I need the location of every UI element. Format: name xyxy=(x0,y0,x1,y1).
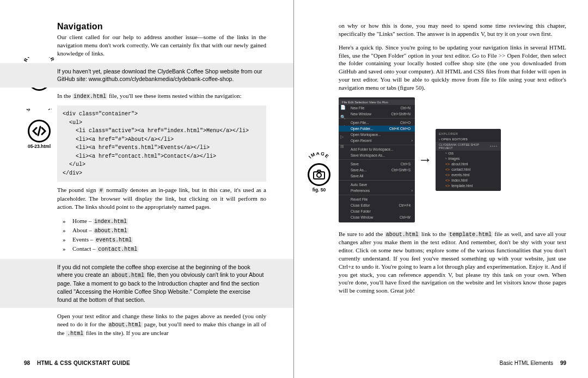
snippet-filename: 05-23.html xyxy=(24,144,54,149)
vscode-file-menu: 📄🔍⎇▷⊞ File Edit Selection View Go Run Ne… xyxy=(339,97,415,222)
caution-callout: If you did not complete the coffee shop … xyxy=(0,259,293,308)
menu-item: New WindowCtrl+Shift+N xyxy=(339,111,415,117)
tree-item: <>index.html xyxy=(436,178,501,183)
intro-paragraph: Our client called for our help to addres… xyxy=(57,33,266,58)
menu-item: Open Folder...Ctrl+K Ctrl+O xyxy=(339,126,415,132)
menu-item: Close WindowCtrl+W xyxy=(339,214,415,220)
menu-item: Open Recent› xyxy=(339,138,415,144)
snippet-badge: SNIPPET 05-23.html xyxy=(24,109,54,149)
menu-item: Revert File xyxy=(339,196,415,202)
inline-code: index.html xyxy=(72,94,107,100)
footer-left: 98 HTML & CSS QUICKSTART GUIDE xyxy=(24,360,130,366)
menu-item: Open Workspace... xyxy=(339,132,415,138)
menu-item: Open File...Ctrl+O xyxy=(339,120,415,126)
tree-item: ›css xyxy=(436,151,501,156)
explorer-header: EXPLORER xyxy=(436,131,501,137)
page-number: 98 xyxy=(24,360,30,366)
figure-caption: fig. 50 xyxy=(304,187,334,193)
vscode-explorer: EXPLORER › OPEN EDITORS CLYDEBANK COFFEE… xyxy=(436,129,501,191)
tree-item: ›images xyxy=(436,156,501,162)
list-item: About – about.html xyxy=(66,226,266,235)
remember-label: REMEMBER xyxy=(24,57,54,63)
list-item: Home – index.html xyxy=(66,216,266,226)
section-heading: Navigation xyxy=(57,22,266,32)
paragraph-2: In the index.html file, you'll see these… xyxy=(57,92,266,101)
paragraph-4: Open your text editor and change these l… xyxy=(57,312,266,337)
menu-item: Add Folder to Workspace... xyxy=(339,146,415,152)
page-number: 99 xyxy=(560,360,566,366)
arrow-icon: → xyxy=(418,152,432,168)
paragraph-final: Be sure to add the about.html link to th… xyxy=(339,230,566,295)
menu-item: SaveCtrl+S xyxy=(339,161,415,167)
book-spread: Navigation Our client called for our hel… xyxy=(0,0,588,378)
snippet-label: SNIPPET xyxy=(25,109,53,113)
project-header: CLYDEBANK COFFEE SHOP PROJECT▫▫▫▫ xyxy=(436,142,501,151)
menu-item: Preferences› xyxy=(339,188,415,194)
tree-item: <>about.html xyxy=(436,162,501,167)
page-left: Navigation Our client called for our hel… xyxy=(0,0,294,378)
svg-text:SNIPPET: SNIPPET xyxy=(25,109,53,113)
svg-text:IMAGE: IMAGE xyxy=(308,152,330,159)
code-block: <div class="container"> <ul> <li class="… xyxy=(57,106,266,182)
svg-point-7 xyxy=(317,173,321,177)
open-editors-header: › OPEN EDITORS xyxy=(436,137,501,142)
menu-item: Auto Save xyxy=(339,182,415,188)
chapter-title: Basic HTML Elements xyxy=(500,360,554,366)
image-label: IMAGE xyxy=(308,152,330,159)
menu-item: Save As...Ctrl+Shift+S xyxy=(339,167,415,173)
link-list: Home – index.html About – about.html Eve… xyxy=(66,216,266,253)
inline-code: # xyxy=(99,188,104,194)
tree-item: <>contact.html xyxy=(436,167,501,172)
menu-item: Save Workspace As... xyxy=(339,152,415,158)
list-item: Contact – contact.html xyxy=(66,244,266,253)
paragraph-tip: Here's a quick tip. Since you're going t… xyxy=(339,44,566,92)
menu-item: Close Folder xyxy=(339,208,415,214)
paragraph-3: The pound sign # normally denotes an in-… xyxy=(57,186,266,210)
svg-text:REMEMBER: REMEMBER xyxy=(24,57,54,63)
menu-item: New FileCtrl+N xyxy=(339,105,415,111)
image-badge: IMAGE fig. 50 xyxy=(304,152,334,193)
menu-item: Save All xyxy=(339,173,415,179)
menu-item: Close EditorCtrl+F4 xyxy=(339,202,415,208)
book-title: HTML & CSS QUICKSTART GUIDE xyxy=(37,360,130,366)
menubar: File Edit Selection View Go Run xyxy=(339,100,415,105)
code-icon xyxy=(28,120,51,142)
remember-callout: If you haven't yet, please download the … xyxy=(0,63,293,88)
list-item: Events – events.html xyxy=(66,235,266,244)
page-right: on why or how this is done, you may need… xyxy=(294,0,588,378)
footer-right: Basic HTML Elements 99 xyxy=(500,360,566,366)
tree-item: <>template.html xyxy=(436,183,501,189)
camera-icon xyxy=(308,163,330,186)
paragraph-cont: on why or how this is done, you may need… xyxy=(339,22,566,38)
tree-item: <>events.html xyxy=(436,172,501,178)
figure-50: 📄🔍⎇▷⊞ File Edit Selection View Go Run Ne… xyxy=(339,97,566,222)
